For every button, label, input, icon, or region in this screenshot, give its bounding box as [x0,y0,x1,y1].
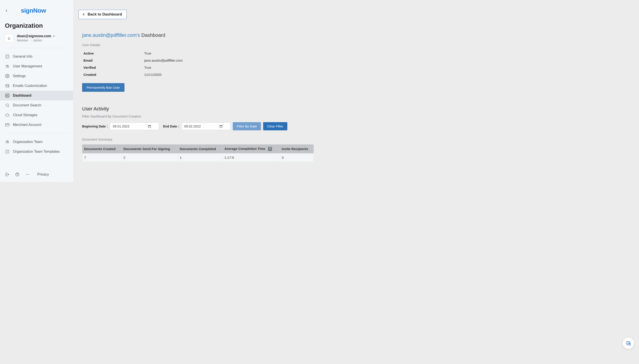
activity-section: User Activity Filter Dashboard By Docume… [82,106,311,162]
svg-rect-29 [148,125,151,128]
svg-rect-0 [6,55,9,58]
envelope-icon [5,83,10,88]
back-button-label: Back to Dashboard [88,12,122,17]
nav-general-info[interactable]: General Info [0,52,73,62]
cloud-icon [5,112,10,118]
svg-rect-17 [6,124,9,126]
detail-label-created: Created [82,71,144,78]
cell-invite-recipients: 3 [280,154,313,162]
sidebar: signNow Organization D dean@signnow.com … [0,0,73,182]
cell-documents-sent: 2 [122,154,178,162]
table-header-row: Documents Created Documents Send For Sig… [82,144,314,154]
col-documents-completed: Documents Completed [178,144,222,154]
nav-organization-team-templates[interactable]: T Organization Team Templates [0,147,73,156]
sidebar-section-title: Organization [0,16,73,33]
nav-user-management[interactable]: User Management [0,62,73,71]
filter-row: Beginning Date : 09.01.2022 End Date : 0… [82,122,311,130]
gear-icon [5,74,10,78]
cell-avg-completion-time: 1:17:9 [222,154,280,162]
search-icon [5,103,10,108]
svg-point-15 [6,104,9,106]
nav-organization-team[interactable]: Organization Team [0,137,73,147]
end-date-value: 09.02.2022 [184,124,201,128]
user-email-dropdown[interactable]: dean@signnow.com [17,34,55,38]
nav-item-label: Organization Team Templates [13,150,60,154]
logout-icon[interactable] [5,172,9,177]
user-roles: Member | Admin [17,38,55,42]
nav-item-label: Settings [13,74,26,78]
detail-label-verified: Verified [82,64,144,71]
detail-value-verified: True [144,64,183,71]
table-row: Active True [82,50,183,57]
help-badge[interactable]: ? [268,147,272,151]
detail-label-active: Active [82,50,144,57]
page-title-suffix: Dashboard [140,32,165,38]
nav-settings[interactable]: Settings [0,71,73,81]
table-row: Email jane.austin@pdffiller.com [82,57,183,64]
svg-rect-33 [220,125,222,128]
nav-item-label: Organization Team [13,140,43,144]
table-row: 7 2 1 1:17:9 3 [82,154,314,162]
back-to-dashboard-button[interactable]: Back to Dashboard [79,10,127,19]
svg-point-19 [6,140,7,142]
svg-line-16 [8,106,9,107]
svg-point-26 [26,174,27,175]
help-icon[interactable] [15,172,20,177]
nav-item-label: Dashboard [13,94,32,98]
nav-document-search[interactable]: Document Search [0,100,73,110]
svg-point-20 [8,141,9,142]
calendar-icon [219,124,223,128]
nav-dashboard[interactable]: Dashboard [0,91,73,100]
role-admin: Admin [33,38,42,42]
svg-point-8 [8,65,9,66]
col-invite-recipients: Invite Recipients [280,144,313,154]
chevron-down-icon [53,35,55,38]
svg-text:T: T [7,150,8,153]
nav-item-label: Merchant Account [13,123,41,127]
ban-user-button[interactable]: Permanently Ban User [82,83,124,92]
user-activity-heading: User Activity [82,106,311,112]
end-date-label: End Date : [163,124,179,128]
role-member: Member [17,38,28,42]
svg-point-9 [7,76,8,77]
nav-cloud-storages[interactable]: Cloud Storages [0,110,73,120]
filter-hint: Filter Dashboard By Document Creation [82,114,311,118]
col-avg-completion-time: Average Completion Time ? [222,144,280,154]
clear-filter-button[interactable]: Clear Filter [263,122,287,130]
col-documents-created: Documents Created [82,144,122,154]
beginning-date-input[interactable]: 09.01.2022 [110,122,159,130]
nav-item-label: Cloud Storages [13,113,37,117]
users-icon [5,64,10,69]
user-details-table: Active True Email jane.austin@pdffiller.… [82,50,183,78]
chevron-left-icon[interactable] [5,9,8,12]
svg-point-7 [6,65,7,66]
document-summary-table: Documents Created Documents Send For Sig… [82,144,314,162]
template-icon: T [5,149,10,154]
content: jane.austin@pdffiller.com's Dashboard Us… [73,19,320,162]
users-icon [5,140,10,144]
col-documents-sent: Documents Send For Signing [122,144,178,154]
calendar-icon [148,124,151,128]
page-title: jane.austin@pdffiller.com's Dashboard [82,32,311,38]
filter-by-date-button[interactable]: Filter By Date [233,122,261,130]
building-icon [5,54,10,59]
detail-value-created: 11/11/2020 [144,71,183,78]
nav-item-label: User Management [13,64,42,68]
nav-merchant-account[interactable]: Merchant Account [0,120,73,130]
detail-label-email: Email [82,57,144,64]
privacy-link[interactable]: Privacy [37,172,49,176]
nav-secondary: Organization Team T Organization Team Te… [0,134,73,159]
brand-logo: signNow [21,7,46,14]
table-row: Verified True [82,64,183,71]
credit-card-icon [5,122,10,127]
detail-value-active: True [144,50,183,57]
nav-emails-customization[interactable]: Emails Customization [0,81,73,91]
more-icon[interactable] [25,172,30,177]
svg-point-28 [29,174,29,175]
divider [5,133,68,134]
table-row: Created 11/11/2020 [82,71,183,78]
sidebar-footer: Privacy [0,168,73,182]
sidebar-header: signNow [0,0,73,16]
end-date-input[interactable]: 09.02.2022 [181,122,230,130]
detail-value-email: jane.austin@pdffiller.com [144,57,183,64]
